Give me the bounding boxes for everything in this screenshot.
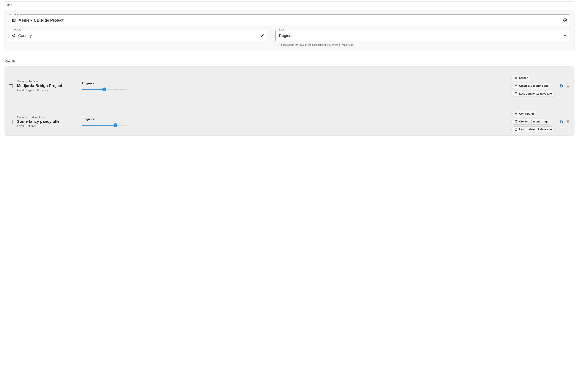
country-field[interactable]: Country Country	[9, 30, 267, 41]
role-label: Owner	[519, 77, 528, 80]
row-level: Level: Region / Province	[17, 89, 77, 92]
calendar-icon	[514, 120, 518, 123]
delete-icon[interactable]	[566, 84, 570, 88]
update-icon	[514, 128, 518, 131]
updated-label: Last Update: 17 days ago	[519, 92, 552, 95]
svg-line-8	[15, 36, 15, 37]
clear-icon[interactable]	[563, 18, 567, 22]
updated-label: Last Update: 17 days ago	[519, 128, 552, 131]
calendar-icon	[514, 84, 518, 87]
level-select[interactable]: Level Regional	[276, 30, 570, 41]
created-chip: Created: 2 months ago	[511, 119, 551, 125]
progress-slider[interactable]	[81, 125, 127, 126]
svg-point-11	[516, 78, 516, 78]
level-helper-text: Please select the level of the assessmen…	[279, 43, 570, 46]
svg-rect-21	[515, 121, 517, 123]
svg-point-9	[515, 77, 517, 79]
result-row: Country: Tunisia Medjerda Bridge Project…	[9, 68, 570, 104]
progress-slider[interactable]	[81, 89, 127, 90]
person-icon	[514, 112, 518, 115]
smiley-icon	[514, 76, 518, 80]
svg-rect-16	[561, 85, 563, 87]
svg-point-10	[515, 78, 516, 78]
article-icon	[12, 18, 16, 22]
role-label: Contributor	[519, 112, 534, 115]
svg-point-20	[515, 113, 516, 114]
country-field-label: Country	[11, 28, 22, 31]
result-row: Country: Burkina Faso Some fancy pancy t…	[9, 104, 570, 135]
updated-chip: Last Update: 17 days ago	[511, 91, 555, 97]
row-country: Country: Tunisia	[17, 80, 77, 83]
svg-rect-17	[567, 85, 569, 87]
row-level: Level: National	[17, 124, 77, 128]
delete-icon[interactable]	[566, 119, 570, 124]
row-title[interactable]: Some fancy pancy title	[17, 119, 77, 124]
results-card: Country: Tunisia Medjerda Bridge Project…	[4, 66, 575, 136]
svg-rect-26	[567, 121, 569, 123]
level-field-label: Level	[278, 28, 286, 31]
created-chip: Created: 2 months ago	[511, 83, 551, 89]
search-icon	[12, 33, 16, 38]
name-field-label: Name	[11, 13, 20, 16]
progress-label: Progress:	[81, 82, 127, 85]
country-placeholder: Country	[18, 33, 261, 38]
created-label: Created: 2 months ago	[519, 84, 549, 87]
edit-icon[interactable]	[261, 34, 264, 37]
role-chip: Owner	[511, 75, 530, 81]
copy-icon[interactable]	[559, 84, 563, 88]
svg-rect-12	[515, 85, 517, 87]
svg-rect-25	[561, 121, 563, 123]
update-icon	[514, 92, 518, 95]
role-chip: Contributor	[511, 111, 537, 117]
copy-icon[interactable]	[559, 119, 563, 124]
created-label: Created: 2 months ago	[519, 120, 549, 123]
name-input[interactable]	[18, 18, 563, 23]
row-checkbox[interactable]	[9, 84, 13, 88]
filter-card: Name	[4, 10, 575, 51]
chevron-down-icon	[564, 35, 566, 36]
level-value: Regional	[279, 33, 564, 38]
progress-label: Progress:	[81, 117, 127, 121]
row-title[interactable]: Medjerda Bridge Project	[17, 83, 77, 88]
name-field: Name	[9, 14, 570, 26]
row-country: Country: Burkina Faso	[17, 116, 77, 119]
results-section-title: Results	[4, 59, 575, 63]
svg-point-7	[12, 34, 15, 37]
row-checkbox[interactable]	[9, 120, 13, 124]
updated-chip: Last Update: 17 days ago	[511, 126, 555, 132]
filter-section-title: Filter	[4, 3, 575, 7]
